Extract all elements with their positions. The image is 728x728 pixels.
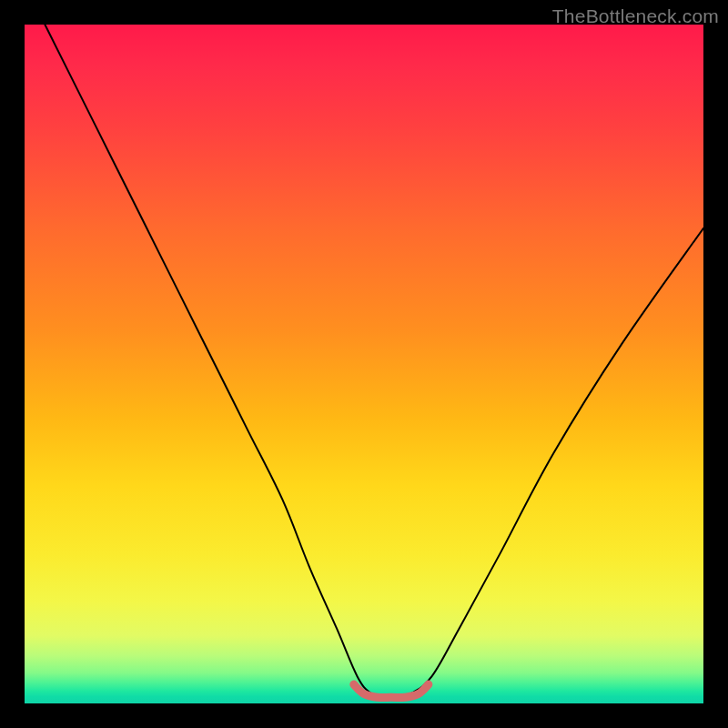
bottleneck-curve bbox=[45, 25, 703, 699]
trough-marker bbox=[354, 684, 429, 697]
chart-svg bbox=[25, 25, 703, 703]
watermark-text: TheBottleneck.com bbox=[552, 5, 719, 27]
plot-area bbox=[25, 25, 703, 703]
chart-stage: TheBottleneck.com bbox=[0, 0, 728, 728]
